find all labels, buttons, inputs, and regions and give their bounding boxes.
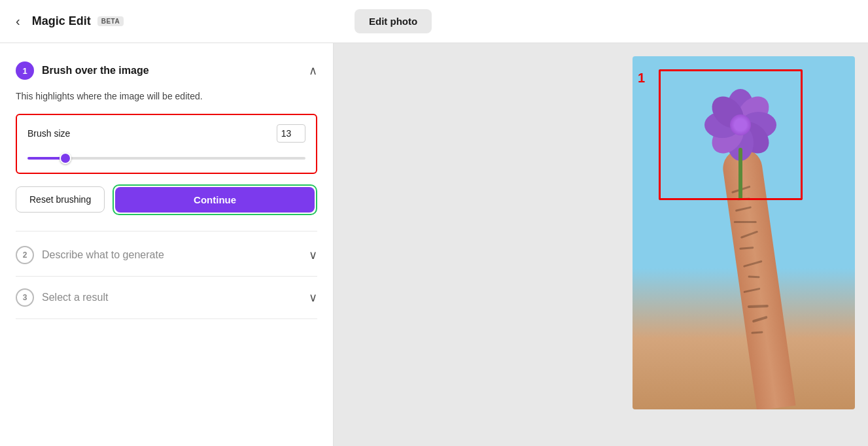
continue-btn-wrapper: Continue (113, 184, 317, 215)
step2-left: 2 Describe what to generate (16, 246, 164, 264)
canvas-area: 2 (334, 43, 868, 446)
header-left: ‹ Magic Edit BETA (10, 11, 344, 31)
continue-button[interactable]: Continue (115, 187, 315, 213)
main-layout: 1 Brush over the image ∧ This highlights… (0, 43, 868, 446)
step1-chevron[interactable]: ∧ (309, 63, 317, 78)
step1-circle: 1 (16, 61, 34, 80)
photo-background: 1 (633, 56, 855, 409)
step1-description: This highlights where the image will be … (16, 90, 317, 103)
app-title: Magic Edit (32, 14, 91, 28)
beta-badge: BETA (97, 16, 124, 26)
photo-container: 1 (633, 56, 855, 409)
step3-chevron[interactable]: ∨ (309, 290, 317, 305)
step2-circle: 2 (16, 246, 34, 264)
sidebar: 1 Brush over the image ∧ This highlights… (0, 43, 334, 446)
header: ‹ Magic Edit BETA Edit photo (0, 0, 868, 43)
edit-photo-button[interactable]: Edit photo (355, 9, 432, 33)
brush-size-input[interactable] (277, 124, 305, 143)
reset-brushing-button[interactable]: Reset brushing (16, 186, 105, 213)
step2-chevron[interactable]: ∨ (309, 248, 317, 262)
back-button[interactable]: ‹ (10, 11, 26, 31)
buttons-row: Reset brushing Continue (16, 184, 317, 215)
brush-size-row: Brush size (27, 124, 305, 143)
step1-section: 1 Brush over the image ∧ This highlights… (16, 61, 317, 232)
brush-size-slider[interactable] (27, 157, 305, 160)
red-number-label: 1 (638, 71, 645, 86)
arm-shape (720, 146, 795, 409)
step1-header-left: 1 Brush over the image (16, 61, 149, 80)
step1-title: Brush over the image (42, 65, 149, 77)
step2-section[interactable]: 2 Describe what to generate ∨ (16, 234, 317, 277)
step1-header: 1 Brush over the image ∧ (16, 61, 317, 80)
flower (704, 89, 776, 161)
step2-title: Describe what to generate (42, 249, 164, 261)
step3-circle: 3 (16, 288, 34, 307)
brush-size-label: Brush size (27, 128, 70, 139)
flower-center (730, 114, 751, 135)
brush-size-box: Brush size (16, 114, 317, 174)
step3-title: Select a result (42, 292, 108, 303)
flower-stem (738, 148, 742, 200)
step3-section[interactable]: 3 Select a result ∨ (16, 277, 317, 319)
step3-left: 3 Select a result (16, 288, 108, 307)
